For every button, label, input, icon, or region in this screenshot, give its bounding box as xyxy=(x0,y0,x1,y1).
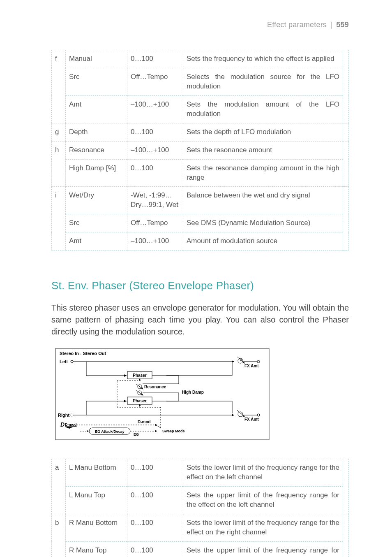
diagram-highdamp: High Damp xyxy=(182,390,204,395)
highdamp-knob-icon xyxy=(136,390,143,395)
row-tail xyxy=(343,514,349,557)
table-row: i Wet/Dry -Wet, -1:99…Dry…99:1, Wet Bala… xyxy=(52,187,349,214)
block-diagram: Stereo In - Stereo Out Left Phaser FX Am… xyxy=(51,348,349,442)
row-lead: b xyxy=(52,514,66,557)
param-name: L Manu Bottom xyxy=(66,459,127,487)
param-desc: Sets the upper limit of the frequency ra… xyxy=(183,541,343,557)
section-heading: St. Env. Phaser (Stereo Envelope Phaser) xyxy=(51,279,349,292)
resonance-knob-icon xyxy=(136,384,143,389)
param-range: 0…100 xyxy=(127,459,183,487)
param-name: Src xyxy=(66,68,127,95)
diagram-resonance: Resonance xyxy=(144,385,166,389)
table-row: L Manu Top 0…100 Sets the upper limit of… xyxy=(52,487,349,514)
svg-line-35 xyxy=(156,425,161,428)
diagram-eg-attack-decay: EG Attack/Decay xyxy=(95,429,125,434)
diagram-d-icon: D xyxy=(60,421,65,428)
diagram-left-label: Left xyxy=(60,359,68,364)
row-lead: h xyxy=(52,141,66,187)
param-desc: Amount of modulation source xyxy=(183,232,343,251)
row-lead: f xyxy=(52,50,66,123)
running-head: Effect parameters | 559 xyxy=(51,21,349,29)
table-row: b R Manu Bottom 0…100 Sets the lower lim… xyxy=(52,514,349,541)
param-name: R Manu Bottom xyxy=(66,514,127,541)
diagram-fxamt-top: FX Amt xyxy=(244,364,259,368)
table-row: Amt –100…+100 Sets the modulation amount… xyxy=(52,95,349,123)
parameter-table-2: a L Manu Bottom 0…100 Sets the lower lim… xyxy=(51,459,349,557)
param-name: Manual xyxy=(66,50,127,68)
param-name: Src xyxy=(66,214,127,232)
param-desc: Sets the depth of LFO modulation xyxy=(183,123,343,141)
running-head-divider: | xyxy=(330,21,332,29)
svg-rect-0 xyxy=(55,348,269,440)
row-tail xyxy=(343,141,349,187)
diagram-dmod-label: D-mod xyxy=(138,420,151,424)
row-lead: a xyxy=(52,459,66,514)
param-range: 0…100 xyxy=(127,514,183,541)
param-name: L Manu Top xyxy=(66,487,127,514)
diagram-phaser-bottom: Phaser xyxy=(133,399,146,403)
section-body: This stereo phaser uses an envelope gene… xyxy=(51,302,349,338)
table-row: Src Off…Tempo See DMS (Dynamic Modulatio… xyxy=(52,214,349,232)
param-range: –100…+100 xyxy=(127,141,183,159)
param-range: –100…+100 xyxy=(127,232,183,251)
table-row: f Manual 0…100 Sets the frequency to whi… xyxy=(52,50,349,68)
param-name: High Damp [%] xyxy=(66,159,127,187)
param-desc: Sets the lower limit of the frequency ra… xyxy=(183,514,343,541)
param-range: Off…Tempo xyxy=(127,214,183,232)
table-row: High Damp [%] 0…100 Sets the resonance d… xyxy=(52,159,349,187)
diagram-fxamt-bottom: FX Amt xyxy=(244,417,259,422)
svg-point-12 xyxy=(257,360,260,363)
param-desc: Sets the frequency to which the effect i… xyxy=(183,50,343,68)
diagram-right-label: Right xyxy=(58,413,69,418)
param-name: Amt xyxy=(66,232,127,251)
param-name: Depth xyxy=(66,123,127,141)
param-desc: Selects the modulation source for the LF… xyxy=(183,68,343,95)
svg-point-28 xyxy=(257,414,260,416)
parameter-table-1: f Manual 0…100 Sets the frequency to whi… xyxy=(51,50,349,251)
fx-amt-knob-icon xyxy=(237,357,244,363)
param-desc: Sets the resonance damping amount in the… xyxy=(183,159,343,187)
diagram-dmod-small-icon: D-mod xyxy=(65,422,77,427)
svg-point-17 xyxy=(71,414,73,416)
param-desc: Sets the modulation amount of the LFO mo… xyxy=(183,95,343,123)
table-row: h Resonance –100…+100 Sets the resonance… xyxy=(52,141,349,159)
param-name: Resonance xyxy=(66,141,127,159)
running-head-section: Effect parameters xyxy=(267,21,327,29)
table-row: g Depth 0…100 Sets the depth of LFO modu… xyxy=(52,123,349,141)
table-row: Src Off…Tempo Selects the modulation sou… xyxy=(52,68,349,95)
param-range: 0…100 xyxy=(127,541,183,557)
svg-point-34 xyxy=(155,430,157,432)
param-range: –100…+100 xyxy=(127,95,183,123)
row-tail xyxy=(343,123,349,141)
row-tail xyxy=(343,50,349,123)
block-diagram-svg: Stereo In - Stereo Out Left Phaser FX Am… xyxy=(51,348,273,442)
param-range: 0…100 xyxy=(127,123,183,141)
svg-point-1 xyxy=(71,360,73,363)
param-desc: Sets the lower limit of the frequency ra… xyxy=(183,459,343,487)
table-row: Amt –100…+100 Amount of modulation sourc… xyxy=(52,232,349,251)
table-row: R Manu Top 0…100 Sets the upper limit of… xyxy=(52,541,349,557)
param-desc: See DMS (Dynamic Modulation Source) xyxy=(183,214,343,232)
param-range: -Wet, -1:99…Dry…99:1, Wet xyxy=(127,187,183,214)
param-desc: Sets the upper limit of the frequency ra… xyxy=(183,487,343,514)
param-name: R Manu Top xyxy=(66,541,127,557)
diagram-sweep-mode: Sweep Mode xyxy=(162,429,185,433)
row-lead: i xyxy=(52,187,66,251)
fx-amt-knob-icon xyxy=(237,410,244,417)
sweep-switch-icon xyxy=(155,424,161,432)
param-name: Wet/Dry xyxy=(66,187,127,214)
row-tail xyxy=(343,187,349,251)
param-desc: Sets the resonance amount xyxy=(183,141,343,159)
param-name: Amt xyxy=(66,95,127,123)
diagram-eg-label: EG xyxy=(134,432,139,436)
param-range: 0…100 xyxy=(127,50,183,68)
diagram-phaser-top: Phaser xyxy=(133,373,146,378)
param-desc: Balance between the wet and dry signal xyxy=(183,187,343,214)
diagram-title: Stereo In - Stereo Out xyxy=(60,351,106,356)
param-range: 0…100 xyxy=(127,159,183,187)
table-row: a L Manu Bottom 0…100 Sets the lower lim… xyxy=(52,459,349,487)
row-lead: g xyxy=(52,123,66,141)
page-number: 559 xyxy=(336,21,349,29)
row-tail xyxy=(343,459,349,514)
param-range: Off…Tempo xyxy=(127,68,183,95)
